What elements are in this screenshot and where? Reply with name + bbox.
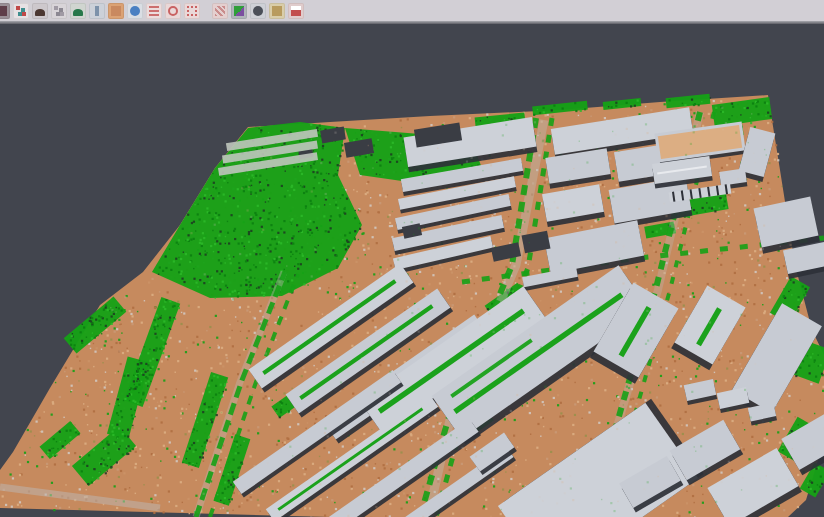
terrain-dark-icon[interactable] xyxy=(32,3,48,19)
viewport-3d[interactable] xyxy=(0,24,824,517)
unit-divider xyxy=(682,191,683,201)
red-crop-icon[interactable] xyxy=(184,3,200,19)
unit-divider xyxy=(726,184,727,194)
application-window: { "window": { "toolbar_bg": "#d2cfd5", "… xyxy=(0,0,824,517)
unit-divider xyxy=(673,192,674,202)
unit-divider xyxy=(717,186,718,196)
orange-tile-icon[interactable] xyxy=(108,3,124,19)
unit-divider xyxy=(699,188,700,198)
pink-grid-icon[interactable] xyxy=(212,3,228,19)
sand-crate-icon[interactable] xyxy=(269,3,285,19)
red-target-icon[interactable] xyxy=(165,3,181,19)
classification-map-icon[interactable] xyxy=(231,3,247,19)
blue-panel-icon[interactable] xyxy=(89,3,105,19)
green-terrain-icon[interactable] xyxy=(70,3,86,19)
image-dark-icon[interactable] xyxy=(0,3,10,19)
toolbar xyxy=(0,0,824,21)
unit-divider xyxy=(691,189,692,199)
dark-sphere-icon[interactable] xyxy=(250,3,266,19)
blue-globe-icon[interactable] xyxy=(127,3,143,19)
point-cloud-scene[interactable] xyxy=(0,24,824,517)
unit-divider xyxy=(708,187,709,197)
vegetation-patch xyxy=(152,122,362,298)
red-flag-icon[interactable] xyxy=(288,3,304,19)
red-list-icon[interactable] xyxy=(146,3,162,19)
colored-points-icon[interactable] xyxy=(13,3,29,19)
gray-points-icon[interactable] xyxy=(51,3,67,19)
